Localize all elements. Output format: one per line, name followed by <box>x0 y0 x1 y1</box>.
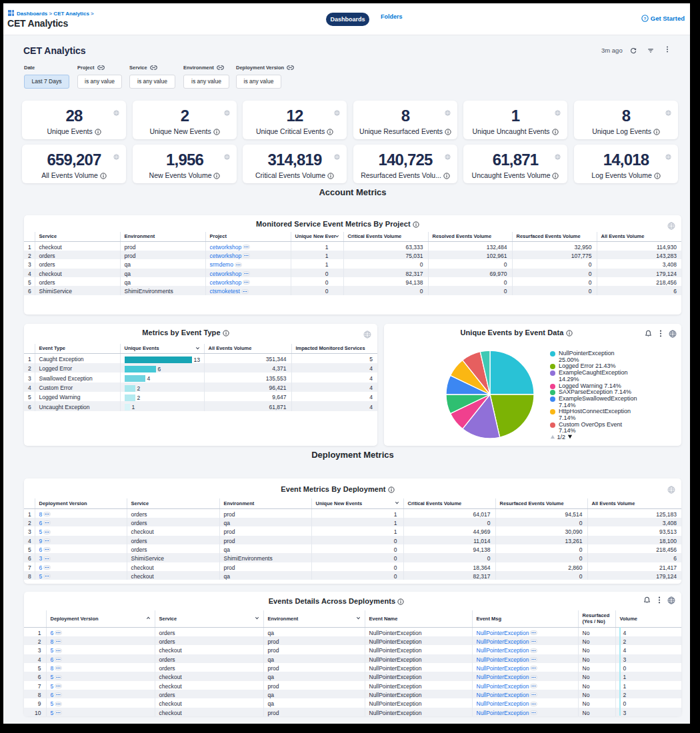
svg-text:?: ? <box>643 16 646 21</box>
